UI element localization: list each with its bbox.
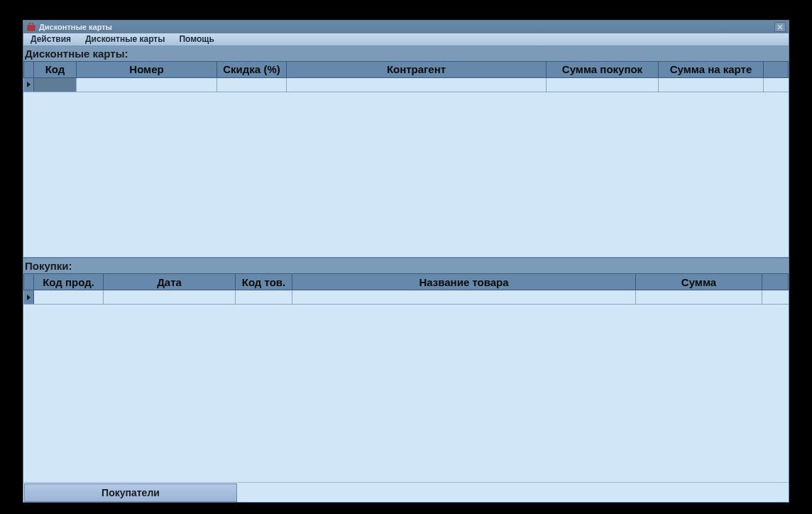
col-header-amount[interactable]: Сумма xyxy=(636,274,762,290)
menu-actions[interactable]: Действия xyxy=(23,33,78,45)
grid-indicator-header xyxy=(24,274,34,290)
cell-sale-code[interactable] xyxy=(34,290,104,304)
col-header-item-code[interactable]: Код тов. xyxy=(236,274,292,290)
col-header-purchase-total[interactable]: Сумма покупок xyxy=(547,62,659,77)
grid-header-row: Код прод. Дата Код тов. Название товара … xyxy=(23,273,789,290)
current-row-arrow-icon xyxy=(27,82,31,87)
discount-cards-section: Дисконтные карты: Код Номер Скидка (%) К… xyxy=(23,46,789,257)
cell-item-name[interactable] xyxy=(292,290,636,304)
cell-discount[interactable] xyxy=(217,78,287,92)
purchases-section: Покупки: Код прод. Дата Код тов. Названи… xyxy=(23,258,789,482)
purchases-grid[interactable]: Код прод. Дата Код тов. Название товара … xyxy=(23,273,789,482)
discount-cards-label: Дисконтные карты: xyxy=(23,46,789,61)
cell-amount[interactable] xyxy=(636,290,762,304)
col-header-discount[interactable]: Скидка (%) xyxy=(217,62,287,77)
window-title: Дисконтные карты xyxy=(39,23,774,31)
cell-item-code[interactable] xyxy=(236,290,292,304)
col-header-date[interactable]: Дата xyxy=(104,274,236,290)
main-window: Дисконтные карты Действия Дисконтные кар… xyxy=(23,20,789,503)
grid-body[interactable] xyxy=(23,78,789,257)
row-indicator xyxy=(24,290,34,304)
footer: Покупатели xyxy=(23,482,789,502)
col-header-contractor[interactable]: Контрагент xyxy=(287,62,547,77)
discount-cards-grid[interactable]: Код Номер Скидка (%) Контрагент Сумма по… xyxy=(23,61,789,257)
col-header-card-total[interactable]: Сумма на карте xyxy=(659,62,764,77)
cell-purchase-total[interactable] xyxy=(547,78,659,92)
table-row[interactable] xyxy=(23,78,789,92)
cell-card-total[interactable] xyxy=(659,78,764,92)
table-row[interactable] xyxy=(23,290,789,305)
menu-discount-cards[interactable]: Дисконтные карты xyxy=(78,33,172,45)
close-icon xyxy=(777,24,783,30)
cell-date[interactable] xyxy=(104,290,236,304)
menu-help[interactable]: Помощь xyxy=(172,33,221,45)
menubar: Действия Дисконтные карты Помощь xyxy=(23,33,789,46)
cell-code[interactable] xyxy=(34,78,77,92)
purchases-label: Покупки: xyxy=(23,258,789,273)
col-header-number[interactable]: Номер xyxy=(77,62,217,77)
row-indicator xyxy=(24,78,34,92)
titlebar: Дисконтные карты xyxy=(23,21,789,33)
cell-number[interactable] xyxy=(77,78,217,92)
current-row-arrow-icon xyxy=(27,295,31,300)
grid-header-row: Код Номер Скидка (%) Контрагент Сумма по… xyxy=(23,61,789,78)
buyers-button[interactable]: Покупатели xyxy=(24,483,237,502)
grid-indicator-header xyxy=(24,62,34,77)
col-header-item-name[interactable]: Название товара xyxy=(292,274,636,290)
grid-body[interactable] xyxy=(23,290,789,482)
col-header-code[interactable]: Код xyxy=(34,62,77,77)
close-button[interactable] xyxy=(774,22,786,32)
app-icon xyxy=(26,22,36,32)
svg-rect-0 xyxy=(28,26,35,31)
cell-contractor[interactable] xyxy=(287,78,547,92)
col-header-sale-code[interactable]: Код прод. xyxy=(34,274,104,290)
